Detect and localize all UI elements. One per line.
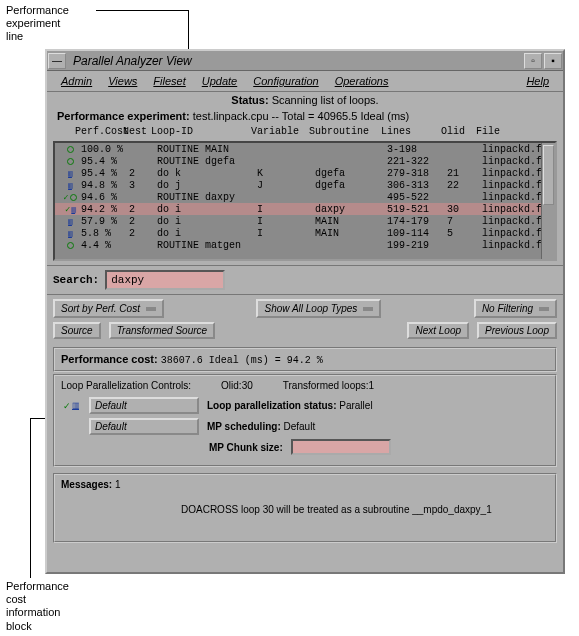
filtering-button[interactable]: No Filtering (474, 299, 557, 318)
annotation-line (96, 10, 188, 11)
cell-olid: 7 (447, 216, 482, 227)
cell-sub: MAIN (315, 216, 387, 227)
scrollbar-vertical[interactable] (541, 143, 555, 259)
cell-pc: 57.9 % (81, 216, 129, 227)
message-text: DOACROSS loop 30 will be treated as a su… (61, 490, 549, 515)
table-row[interactable]: ▥57.9 %2do iIMAIN174-1797linpackd.f (55, 215, 541, 227)
search-row: Search: (47, 265, 563, 295)
menu-operations[interactable]: Operations (327, 73, 397, 89)
menu-configuration[interactable]: Configuration (245, 73, 326, 89)
loop-parallelization-controls: Loop Parallelization Controls: Olid:30 T… (53, 374, 557, 467)
col-file: File (476, 126, 557, 137)
cell-lines: 174-179 (387, 216, 447, 227)
performance-cost-block: Performance cost: 38607.6 Ideal (ms) = 9… (53, 347, 557, 372)
cell-nest: 3 (129, 180, 157, 191)
cell-file: linpackd.f (482, 144, 542, 155)
cell-lines: 3-198 (387, 144, 447, 155)
scheduling-default-button[interactable]: Default (89, 418, 199, 435)
window-title: Parallel Analyzer View (67, 54, 523, 68)
chunk-size-input[interactable] (291, 439, 391, 455)
pe-label: Performance experiment: (57, 110, 190, 122)
table-row[interactable]: ✓94.6 %ROUTINE daxpy495-522linpackd.f (55, 191, 541, 203)
cell-pc: 95.4 % (81, 156, 129, 167)
main-window: — Parallel Analyzer View ▫ ▪ Admin Views… (45, 49, 565, 574)
previous-loop-button[interactable]: Previous Loop (477, 322, 557, 339)
menubar: Admin Views Fileset Update Configuration… (47, 71, 563, 92)
show-types-button[interactable]: Show All Loop Types (256, 299, 381, 318)
next-loop-button[interactable]: Next Loop (407, 322, 469, 339)
chunk-label: MP Chunk size: (209, 442, 283, 453)
circle-icon (59, 158, 81, 165)
lpc-olid: Olid:30 (221, 380, 253, 391)
loop-list[interactable]: 100.0 %ROUTINE MAIN3-198linpackd.f95.4 %… (53, 141, 557, 261)
source-button[interactable]: Source (53, 322, 101, 339)
check-circle-icon: ✓ (59, 192, 81, 203)
table-row[interactable]: ▥94.8 %3do jJdgefa306-31322linpackd.f (55, 179, 541, 191)
cell-loop: do i (157, 204, 257, 215)
cell-loop: ROUTINE daxpy (157, 192, 257, 203)
cell-sub: dgefa (315, 180, 387, 191)
lpc-header: Loop Parallelization Controls: (61, 380, 191, 391)
transformed-source-button[interactable]: Transformed Source (109, 322, 215, 339)
circle-icon (59, 242, 81, 249)
cell-sub: daxpy (315, 204, 387, 215)
source-button-row: Source Transformed Source Next Loop Prev… (47, 322, 563, 343)
cell-nest: 2 (129, 168, 157, 179)
col-subroutine: Subroutine (309, 126, 381, 137)
col-variable: Variable (251, 126, 309, 137)
cell-sub: MAIN (315, 228, 387, 239)
cell-lines: 279-318 (387, 168, 447, 179)
sort-button[interactable]: Sort by Perf. Cost (53, 299, 164, 318)
cell-loop: do i (157, 228, 257, 239)
table-row[interactable]: ✓▥94.2 %2do iIdaxpy519-52130linpackd.f (55, 203, 541, 215)
cell-pc: 94.6 % (81, 192, 129, 203)
cell-nest: 2 (129, 228, 157, 239)
cell-var: J (257, 180, 315, 191)
search-label: Search: (53, 274, 99, 286)
search-input[interactable] (105, 270, 225, 290)
window-menu-button[interactable]: — (48, 53, 66, 69)
cell-lines: 495-522 (387, 192, 447, 203)
cell-var: I (257, 228, 315, 239)
cell-loop: ROUTINE dgefa (157, 156, 257, 167)
menu-fileset[interactable]: Fileset (145, 73, 193, 89)
status-line: Status: Scanning list of loops. (47, 92, 563, 108)
menu-views[interactable]: Views (100, 73, 145, 89)
cell-pc: 100.0 % (81, 144, 129, 155)
bars-icon: ▥ (72, 401, 79, 410)
filter-button-row: Sort by Perf. Cost Show All Loop Types N… (47, 295, 563, 322)
menu-admin[interactable]: Admin (53, 73, 100, 89)
col-nest: Nest (123, 126, 151, 137)
maximize-button[interactable]: ▪ (544, 53, 562, 69)
col-olid: Olid (441, 126, 476, 137)
bars-icon: ▥ (59, 169, 81, 178)
table-row[interactable]: ▥95.4 %2do kKdgefa279-31821linpackd.f (55, 167, 541, 179)
table-row[interactable]: 100.0 %ROUTINE MAIN3-198linpackd.f (55, 143, 541, 155)
minimize-button[interactable]: ▫ (524, 53, 542, 69)
cell-loop: ROUTINE matgen (157, 240, 257, 251)
cell-olid: 5 (447, 228, 482, 239)
menu-update[interactable]: Update (194, 73, 245, 89)
messages-block: Messages: 1 DOACROSS loop 30 will be tre… (53, 473, 557, 543)
table-row[interactable]: ▥5.8 %2do iIMAIN109-1145linpackd.f (55, 227, 541, 239)
bars-icon: ▥ (59, 229, 81, 238)
cell-var: I (257, 204, 315, 215)
check-bars-icon: ✓▥ (59, 204, 81, 215)
parallel-default-button[interactable]: Default (89, 397, 199, 414)
col-lines: Lines (381, 126, 441, 137)
cell-lines: 109-114 (387, 228, 447, 239)
table-row[interactable]: 4.4 %ROUTINE matgen199-219linpackd.f (55, 239, 541, 251)
parallel-status-label: Loop parallelization status: (207, 400, 336, 411)
menu-help[interactable]: Help (518, 73, 557, 89)
scrollbar-thumb[interactable] (543, 145, 554, 205)
bars-icon: ▥ (59, 217, 81, 226)
cell-loop: do i (157, 216, 257, 227)
cell-lines: 199-219 (387, 240, 447, 251)
table-row[interactable]: 95.4 %ROUTINE dgefa221-322linpackd.f (55, 155, 541, 167)
cell-file: linpackd.f (482, 168, 542, 179)
check-icon: ✓ (63, 401, 71, 411)
list-header: Perf.Cost Nest Loop-ID Variable Subrouti… (47, 124, 563, 139)
cell-file: linpackd.f (482, 204, 542, 215)
cell-file: linpackd.f (482, 180, 542, 191)
cell-file: linpackd.f (482, 156, 542, 167)
